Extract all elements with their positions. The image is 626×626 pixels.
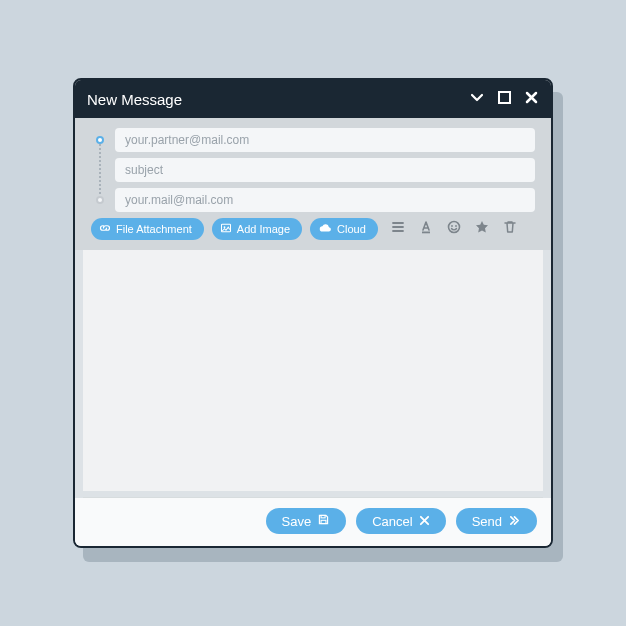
send-label: Send	[472, 514, 502, 529]
send-icon	[508, 514, 521, 529]
attach-file-button[interactable]: File Attachment	[91, 218, 204, 240]
list-icon[interactable]	[390, 219, 406, 239]
from-field[interactable]	[115, 188, 535, 212]
text-color-icon[interactable]	[418, 219, 434, 239]
image-icon	[220, 222, 232, 236]
save-icon	[317, 513, 330, 529]
compose-toolbar: File Attachment Add Image Cloud	[91, 218, 535, 240]
svg-point-4	[448, 222, 459, 233]
cancel-button[interactable]: Cancel	[356, 508, 445, 534]
emoji-icon[interactable]	[446, 219, 462, 239]
cloud-label: Cloud	[337, 223, 366, 235]
maximize-icon[interactable]	[497, 90, 512, 109]
send-button[interactable]: Send	[456, 508, 537, 534]
svg-point-2	[223, 226, 225, 228]
add-image-label: Add Image	[237, 223, 290, 235]
to-bullet-icon	[96, 136, 104, 144]
footer: Save Cancel Send	[75, 498, 551, 546]
close-icon[interactable]	[524, 90, 539, 109]
compose-window: New Message	[73, 78, 553, 548]
add-image-button[interactable]: Add Image	[212, 218, 302, 240]
window-title: New Message	[87, 91, 469, 108]
svg-rect-3	[422, 232, 430, 234]
cancel-icon	[419, 514, 430, 529]
save-button[interactable]: Save	[266, 508, 347, 534]
save-label: Save	[282, 514, 312, 529]
message-body[interactable]	[83, 250, 543, 491]
star-icon[interactable]	[474, 219, 490, 239]
to-field[interactable]	[115, 128, 535, 152]
from-bullet-icon	[96, 196, 104, 204]
svg-rect-0	[499, 92, 510, 103]
format-tools	[390, 219, 518, 239]
svg-point-6	[455, 225, 457, 227]
cloud-icon	[318, 222, 332, 236]
svg-rect-7	[321, 515, 325, 517]
field-connector	[99, 144, 101, 194]
window-controls	[469, 89, 539, 109]
cloud-button[interactable]: Cloud	[310, 218, 378, 240]
svg-point-5	[451, 225, 453, 227]
attach-file-label: File Attachment	[116, 223, 192, 235]
titlebar: New Message	[75, 80, 551, 118]
trash-icon[interactable]	[502, 219, 518, 239]
cancel-label: Cancel	[372, 514, 412, 529]
minimize-icon[interactable]	[469, 89, 485, 109]
subject-field[interactable]	[115, 158, 535, 182]
header-area: File Attachment Add Image Cloud	[75, 118, 551, 250]
svg-rect-8	[321, 520, 326, 523]
link-icon	[99, 222, 111, 236]
